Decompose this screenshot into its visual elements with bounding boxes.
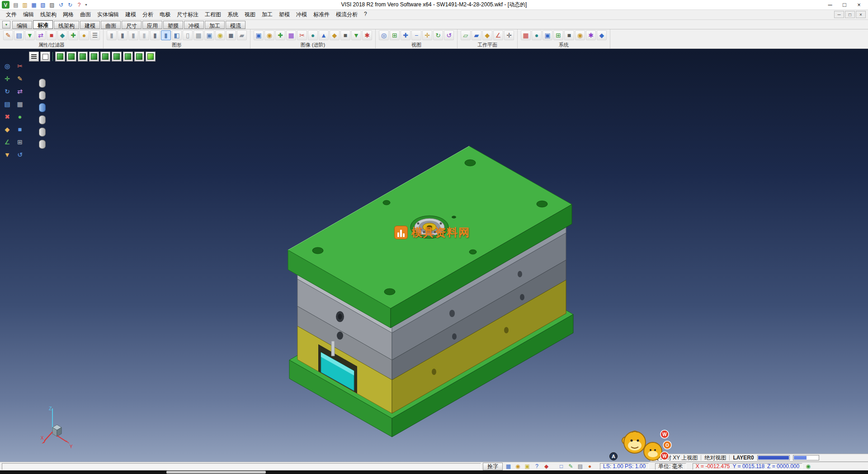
color-filter-icon[interactable]: ■ bbox=[47, 30, 57, 40]
zoom-window-icon[interactable]: ⊞ bbox=[390, 30, 400, 40]
dynamic-hide-mode-icon[interactable]: ▮ bbox=[161, 30, 171, 40]
image-open-icon[interactable]: ◉ bbox=[264, 30, 274, 40]
save-all-icon[interactable]: ▧ bbox=[39, 1, 47, 9]
menu-item[interactable]: 尺寸标注 bbox=[174, 10, 202, 19]
tab-surface[interactable]: 曲面 bbox=[101, 21, 121, 29]
child-restore-button[interactable]: □ bbox=[845, 11, 855, 18]
view-list-icon[interactable] bbox=[29, 52, 39, 62]
image-down-icon[interactable]: ▼ bbox=[351, 30, 361, 40]
image-add-icon[interactable]: ✚ bbox=[275, 30, 285, 40]
world-icon[interactable]: ◉ bbox=[804, 463, 812, 470]
menu-item[interactable]: 分析 bbox=[139, 10, 156, 19]
menu-item[interactable]: 线架构 bbox=[37, 10, 60, 19]
section-view-icon[interactable]: ◧ bbox=[172, 30, 182, 40]
new-file-icon[interactable]: ▤ bbox=[12, 1, 20, 9]
layers-icon[interactable]: ▤ bbox=[14, 30, 24, 40]
reflection-icon[interactable]: ▯ bbox=[183, 30, 193, 40]
info-icon[interactable]: ◆ bbox=[597, 30, 607, 40]
view-iso-icon[interactable] bbox=[55, 52, 65, 62]
previous-view-icon[interactable]: ↺ bbox=[444, 30, 454, 40]
attributes-icon[interactable]: ◆ bbox=[3, 125, 12, 134]
color-palette-icon[interactable]: ▦ bbox=[521, 30, 531, 40]
transparent-mode-icon[interactable]: ▮ bbox=[139, 30, 149, 40]
workplane-reset-icon[interactable]: ✛ bbox=[504, 30, 514, 40]
open-file-icon[interactable]: ▥ bbox=[21, 1, 29, 9]
zoom-out-icon[interactable]: − bbox=[411, 30, 421, 40]
view-frame-icon[interactable] bbox=[40, 52, 50, 62]
help-icon[interactable]: ? bbox=[75, 1, 83, 9]
image-new-icon[interactable]: ▣ bbox=[254, 30, 264, 40]
refresh-icon[interactable]: ↺ bbox=[15, 150, 24, 159]
snap-grid-icon[interactable]: ⊞ bbox=[15, 137, 24, 147]
hidden-line-mode-icon[interactable]: ▮ bbox=[150, 30, 160, 40]
texture-icon[interactable]: ▦ bbox=[193, 30, 203, 40]
visibility-toggle-5[interactable] bbox=[39, 128, 46, 137]
shaded-edges-mode-icon[interactable]: ▮ bbox=[128, 30, 138, 40]
image-block-icon[interactable]: ■ bbox=[340, 30, 350, 40]
maximize-button[interactable]: □ bbox=[837, 0, 852, 9]
visibility-toggle-6[interactable] bbox=[39, 140, 46, 149]
grid-icon[interactable]: ⊞ bbox=[553, 30, 563, 40]
menu-item[interactable]: 系统 bbox=[224, 10, 241, 19]
view-top-icon[interactable] bbox=[112, 52, 122, 62]
group-icon[interactable]: ■ bbox=[15, 125, 24, 134]
tab-dimension[interactable]: 尺寸 bbox=[122, 21, 142, 29]
menu-item[interactable]: 塑模 bbox=[276, 10, 293, 19]
zoom-in-icon[interactable]: ✚ bbox=[401, 30, 410, 40]
image-cut-icon[interactable]: ✂ bbox=[297, 30, 307, 40]
snapshot-icon[interactable]: ◉ bbox=[575, 30, 585, 40]
status-world-icon[interactable]: ● bbox=[586, 463, 594, 470]
properties-icon[interactable]: ✎ bbox=[3, 30, 13, 40]
menu-item[interactable]: 视图 bbox=[241, 10, 259, 19]
view-right-icon[interactable] bbox=[100, 52, 110, 62]
material-icon[interactable]: ◼ bbox=[226, 30, 236, 40]
info-icon[interactable]: ● bbox=[15, 112, 24, 121]
visibility-toggle-3[interactable] bbox=[39, 103, 46, 112]
child-close-button[interactable]: × bbox=[856, 11, 866, 18]
globe-icon[interactable]: ● bbox=[532, 30, 542, 40]
list-filter-icon[interactable]: ☰ bbox=[90, 30, 100, 40]
ucs-icon[interactable]: ∠ bbox=[3, 137, 12, 147]
quick-access-caret-icon[interactable]: ▼ bbox=[85, 3, 88, 6]
tab-flow[interactable]: 模流 bbox=[226, 21, 245, 29]
tab-dropdown-icon[interactable]: ▼ bbox=[2, 21, 10, 28]
status-folder-icon[interactable]: ▣ bbox=[524, 463, 531, 470]
status-snap-icon[interactable]: ◆ bbox=[542, 463, 550, 470]
status-help-icon[interactable]: ? bbox=[533, 463, 541, 470]
print-icon[interactable]: ▨ bbox=[48, 1, 56, 9]
menu-item[interactable]: 文件 bbox=[3, 10, 20, 19]
visibility-toggle-4[interactable] bbox=[39, 115, 46, 124]
text-lock-button[interactable]: 拴字 bbox=[483, 463, 503, 470]
lighting-icon[interactable]: ◉ bbox=[215, 30, 225, 40]
tab-edit[interactable]: 编辑 bbox=[12, 21, 32, 29]
display-icon[interactable]: ▣ bbox=[542, 30, 552, 40]
image-diamond-icon[interactable]: ◆ bbox=[330, 30, 340, 40]
background-icon[interactable]: ▣ bbox=[204, 30, 214, 40]
pan-icon[interactable]: ✛ bbox=[422, 30, 432, 40]
measure-icon[interactable]: ✛ bbox=[3, 74, 12, 83]
menu-item[interactable]: 编辑 bbox=[20, 10, 37, 19]
redo-icon[interactable]: ↻ bbox=[66, 1, 74, 9]
status-grid-icon[interactable]: ▦ bbox=[505, 463, 512, 470]
view-front-icon[interactable] bbox=[66, 52, 76, 62]
calculator-icon[interactable]: ■ bbox=[564, 30, 574, 40]
workplane-xz-icon[interactable]: ▰ bbox=[472, 30, 481, 40]
add-filter-icon[interactable]: ✚ bbox=[68, 30, 78, 40]
status-monitor-icon[interactable]: □ bbox=[557, 463, 565, 470]
save-icon[interactable]: ▦ bbox=[30, 1, 38, 9]
menu-item[interactable]: 冲模 bbox=[293, 10, 310, 19]
zoom-fit-icon[interactable]: ◎ bbox=[379, 30, 389, 40]
menu-item[interactable]: 网格 bbox=[60, 10, 77, 19]
tab-wireframe[interactable]: 线架构 bbox=[54, 21, 79, 29]
close-button[interactable]: × bbox=[852, 0, 866, 9]
menu-item[interactable]: 模流分析 bbox=[333, 10, 361, 19]
settings-icon[interactable]: ✱ bbox=[586, 30, 596, 40]
status-color-icon[interactable]: ◉ bbox=[514, 463, 522, 470]
image-point-icon[interactable]: ● bbox=[308, 30, 318, 40]
rotate-view-icon[interactable]: ↻ bbox=[433, 30, 443, 40]
tab-machining[interactable]: 加工 bbox=[205, 21, 225, 29]
tab-standard[interactable]: 标准 bbox=[33, 20, 53, 29]
menu-item[interactable]: 加工 bbox=[259, 10, 276, 19]
visibility-toggle-1[interactable] bbox=[39, 79, 46, 88]
view-back-icon[interactable] bbox=[78, 52, 88, 62]
